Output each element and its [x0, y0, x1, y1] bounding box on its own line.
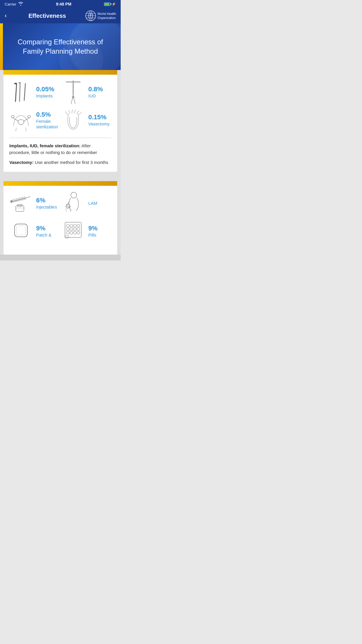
who-logo: World Health Organization: [85, 10, 116, 21]
vasectomy-info: 0.15% Vasectomy: [88, 113, 110, 127]
patch-icon: [9, 220, 33, 243]
method-female-sterilization: 0.5% Female sterilization: [9, 108, 59, 132]
carrier-label: Carrier: [5, 2, 16, 6]
lam-info: LAM: [88, 200, 97, 206]
wifi-icon: [18, 2, 23, 7]
svg-line-8: [23, 83, 27, 100]
svg-rect-10: [19, 82, 21, 83]
svg-rect-50: [65, 236, 68, 238]
content-area: 0.05% Implants: [0, 70, 121, 260]
status-bar: Carrier 9:48 PM ⚡: [0, 0, 121, 8]
svg-point-33: [71, 192, 77, 198]
back-button[interactable]: ‹: [5, 11, 9, 21]
card1: 0.05% Implants: [3, 75, 117, 172]
card2: 6% Injectables: [3, 186, 117, 255]
note-vasectomy-bold: Vasectomy:: [9, 160, 34, 165]
method-patch: 9% Patch &: [9, 220, 59, 243]
who-label: World Health Organization: [98, 12, 116, 20]
card2-section: 6% Injectables: [0, 176, 121, 255]
card1-notes: Implants, IUD, female sterilization: Aft…: [9, 143, 111, 166]
pills-name: Pills: [88, 232, 98, 238]
svg-point-45: [77, 228, 80, 231]
status-bar-right: ⚡: [104, 2, 116, 6]
svg-point-39: [70, 224, 73, 227]
vasectomy-icon: [61, 108, 85, 132]
who-logo-icon: [85, 10, 96, 21]
svg-point-34: [66, 204, 70, 208]
note-implants-iud-bold: Implants, IUD, female sterilization:: [9, 143, 80, 148]
card2-gold-bar: [3, 181, 117, 186]
svg-line-6: [15, 83, 17, 102]
iud-info: 0.8% IUD: [88, 85, 103, 99]
lam-name: LAM: [88, 200, 97, 206]
female-sterilization-percent: 0.5%: [36, 111, 59, 118]
patch-info: 9% Patch &: [36, 225, 52, 238]
svg-line-22: [16, 127, 16, 131]
method-implants: 0.05% Implants: [9, 80, 59, 104]
method-injectables: 6% Injectables: [9, 192, 59, 215]
svg-rect-26: [10, 200, 12, 203]
status-bar-left: Carrier: [5, 2, 23, 7]
hero-banner: Comparing Effectiveness of Family Planni…: [0, 23, 121, 70]
svg-line-7: [20, 83, 20, 102]
svg-point-49: [77, 231, 80, 234]
svg-rect-32: [17, 204, 22, 206]
status-bar-time: 9:48 PM: [56, 2, 71, 6]
pills-icon: [61, 220, 85, 243]
pills-percent: 9%: [88, 225, 98, 232]
battery-icon: [104, 3, 110, 6]
page-title: Effectiveness: [9, 13, 85, 19]
nav-bar: ‹ Effectiveness World Health Organizatio…: [0, 8, 121, 23]
injectables-percent: 6%: [36, 197, 57, 204]
svg-rect-30: [16, 206, 24, 211]
method-vasectomy: 0.15% Vasectomy: [61, 108, 111, 132]
svg-point-46: [66, 231, 69, 234]
iud-icon: [61, 80, 85, 104]
implants-icon: [9, 80, 33, 104]
svg-rect-35: [15, 224, 27, 237]
vasectomy-name: Vasectomy: [88, 121, 110, 127]
implants-info: 0.05% Implants: [36, 85, 54, 99]
injectables-name: Injectables: [36, 204, 57, 210]
svg-point-41: [77, 224, 80, 227]
svg-line-23: [26, 127, 26, 131]
injectables-info: 6% Injectables: [36, 197, 57, 210]
svg-point-47: [70, 231, 73, 234]
method-pills: 9% Pills: [61, 220, 111, 243]
yellow-accent-bar: [0, 23, 3, 70]
lam-icon: [61, 192, 85, 215]
female-sterilization-name: Female sterilization: [36, 118, 59, 130]
patch-percent: 9%: [36, 225, 52, 232]
method-lam: LAM: [61, 192, 111, 215]
hero-title: Comparing Effectiveness of Family Planni…: [17, 37, 103, 56]
pills-info: 9% Pills: [88, 225, 98, 238]
iud-name: IUD: [88, 93, 103, 99]
note-implants-iud: Implants, IUD, female sterilization: Aft…: [9, 143, 111, 156]
svg-point-38: [66, 224, 69, 227]
svg-point-42: [66, 228, 69, 231]
charging-icon: ⚡: [112, 2, 116, 6]
methods-grid-2: 6% Injectables: [9, 192, 111, 243]
vasectomy-percent: 0.15%: [88, 113, 110, 121]
svg-point-40: [73, 224, 76, 227]
injectables-icon: [9, 192, 33, 215]
card1-section: 0.05% Implants: [0, 70, 121, 176]
note-vasectomy-text: Use another method for first 3 months: [35, 160, 108, 165]
svg-rect-36: [16, 226, 26, 235]
card1-gold-bar: [3, 70, 117, 75]
implants-percent: 0.05%: [36, 85, 54, 93]
iud-percent: 0.8%: [88, 85, 103, 93]
card1-divider: [9, 138, 111, 138]
svg-rect-9: [14, 83, 17, 84]
method-iud: 0.8% IUD: [61, 80, 111, 104]
methods-grid-1: 0.05% Implants: [9, 80, 111, 132]
svg-line-25: [26, 197, 30, 198]
female-sterilization-info: 0.5% Female sterilization: [36, 111, 59, 130]
female-sterilization-icon: [9, 108, 33, 132]
svg-point-48: [73, 231, 76, 234]
patch-name: Patch &: [36, 232, 52, 238]
note-vasectomy: Vasectomy: Use another method for first …: [9, 159, 111, 166]
svg-point-44: [73, 228, 76, 231]
svg-point-43: [70, 228, 73, 231]
implants-name: Implants: [36, 93, 54, 99]
